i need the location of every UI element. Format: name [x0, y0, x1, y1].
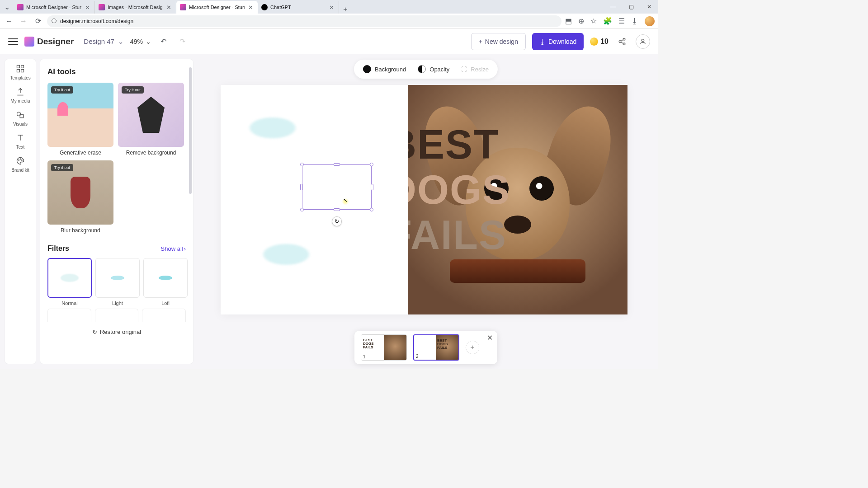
tool-blur-background[interactable]: Try it out Blur background [47, 160, 113, 234]
design-name-dropdown[interactable]: Design 47 ⌄ [84, 38, 124, 46]
close-icon[interactable]: ✕ [247, 4, 254, 11]
resize-handle-mr[interactable] [371, 184, 373, 190]
filter-stub[interactable] [95, 309, 139, 322]
url-input[interactable]: ⓘ designer.microsoft.com/design [47, 15, 561, 27]
download-button[interactable]: ⭳ Download [532, 33, 584, 50]
site-info-icon[interactable]: ⓘ [52, 18, 57, 24]
tab-0[interactable]: Microsoft Designer - Stunning ✕ [14, 1, 95, 14]
rail-my-media[interactable]: My media [7, 87, 34, 103]
share-button[interactable] [615, 34, 629, 49]
rail-label: Visuals [13, 122, 28, 127]
back-button[interactable]: ← [4, 16, 14, 27]
downloads-icon[interactable]: ⭳ [631, 17, 638, 25]
filter-lofi[interactable]: Lofi [143, 258, 188, 306]
menu-button[interactable] [8, 38, 18, 45]
artboard[interactable]: BEST DOGS FAILS ↻ ↖ [221, 85, 627, 314]
text-best[interactable]: BEST [408, 126, 499, 164]
text-fails[interactable]: FAILS [408, 216, 507, 255]
resize-handle-ml[interactable] [300, 184, 303, 190]
filter-stub[interactable] [142, 309, 186, 322]
rotate-handle[interactable]: ↻ [332, 216, 342, 226]
restore-original-button[interactable]: ↻ Restore original [47, 328, 186, 335]
resize-handle-br[interactable] [370, 208, 373, 211]
upload-icon [15, 87, 25, 97]
bookmark-icon[interactable]: ☆ [590, 17, 597, 25]
zoom-dropdown[interactable]: 49% ⌄ [130, 38, 151, 45]
zoom-icon[interactable]: ⊕ [578, 17, 584, 25]
cloud-shape[interactable] [248, 117, 297, 139]
filter-normal[interactable]: Normal [47, 258, 92, 306]
close-tray-button[interactable]: ✕ [487, 333, 493, 342]
download-label: Download [548, 38, 576, 45]
tab-strip: Microsoft Designer - Stunning ✕ Images -… [14, 0, 352, 14]
solid-swatch-icon [363, 65, 371, 73]
new-design-button[interactable]: + New design [471, 33, 526, 50]
show-all-text: Show all [161, 245, 183, 252]
background-label: Background [375, 66, 406, 73]
selection-box[interactable]: ↻ [302, 164, 372, 210]
resize-button[interactable]: ⛶ Resize [461, 66, 489, 73]
install-app-icon[interactable]: ⬒ [565, 17, 572, 25]
resize-handle-mt[interactable] [334, 163, 340, 166]
tool-generative-erase[interactable]: Try it out Generative erase [47, 83, 113, 156]
credits-value: 10 [600, 38, 609, 46]
undo-button[interactable]: ↶ [157, 35, 170, 48]
rail-brand-kit[interactable]: Brand kit [7, 156, 34, 173]
filters-grid: Normal Light Lofi [47, 258, 186, 306]
resize-handle-bl[interactable] [300, 208, 304, 211]
close-icon[interactable]: ✕ [328, 4, 335, 11]
forward-button[interactable]: → [18, 16, 29, 27]
scrollbar[interactable] [189, 67, 192, 194]
rail-templates[interactable]: Templates [7, 64, 34, 80]
new-tab-button[interactable]: + [339, 5, 352, 14]
add-page-button[interactable]: + [466, 341, 479, 354]
resize-handle-mb[interactable] [334, 208, 340, 211]
tool-remove-background[interactable]: Try it out Remove background [118, 83, 184, 156]
cursor-icon: ↖ [343, 197, 348, 203]
page-thumb-1[interactable]: BESTDOGSFAILS 1 [361, 334, 407, 361]
resize-handle-tl[interactable] [300, 163, 304, 166]
coin-icon [590, 38, 598, 46]
text-dogs[interactable]: DOGS [408, 171, 510, 210]
extensions-icon[interactable]: 🧩 [603, 17, 612, 25]
close-icon[interactable]: ✕ [165, 4, 172, 11]
page-number: 2 [416, 354, 419, 359]
reload-button[interactable]: ⟳ [33, 16, 43, 27]
tab-title: ChatGPT [270, 5, 326, 10]
app-header: Designer Design 47 ⌄ 49% ⌄ ↶ ↷ + New des… [0, 29, 658, 54]
close-icon[interactable]: ✕ [84, 4, 91, 11]
new-design-label: New design [485, 38, 518, 45]
filter-label: Lofi [161, 300, 170, 306]
tab-2[interactable]: Microsoft Designer - Stunning ✕ [176, 1, 258, 14]
tab-search-dropdown[interactable]: ⌄ [0, 3, 14, 11]
minimize-button[interactable]: ― [604, 0, 622, 14]
tab-3[interactable]: ChatGPT ✕ [258, 1, 339, 14]
credits-indicator[interactable]: 10 [590, 38, 609, 46]
maximize-button[interactable]: ▢ [622, 0, 640, 14]
profile-avatar[interactable] [645, 16, 655, 26]
opacity-icon [418, 65, 426, 73]
show-all-link[interactable]: Show all › [161, 245, 186, 252]
url-text: designer.microsoft.com/design [60, 18, 133, 24]
svg-rect-4 [17, 66, 20, 68]
resize-handle-tr[interactable] [370, 163, 373, 166]
tab-title: Images - Microsoft Designer [108, 5, 163, 10]
page-thumb-2[interactable]: BESTDOGSFAILS 2 [413, 334, 459, 361]
tab-1[interactable]: Images - Microsoft Designer ✕ [95, 1, 176, 14]
dog-image[interactable]: BEST DOGS FAILS [408, 85, 627, 314]
filter-light[interactable]: Light [95, 258, 140, 306]
redo-button[interactable]: ↷ [176, 35, 189, 48]
filter-stub[interactable] [47, 309, 91, 322]
rail-text[interactable]: Text [7, 133, 34, 150]
account-button[interactable] [636, 34, 650, 49]
app-logo[interactable]: Designer [24, 37, 74, 47]
opacity-button[interactable]: Opacity [418, 65, 449, 73]
reading-list-icon[interactable]: ☰ [618, 17, 625, 25]
rail-visuals[interactable]: Visuals [7, 110, 34, 127]
background-button[interactable]: Background [363, 65, 406, 73]
cloud-shape[interactable] [261, 243, 311, 266]
try-badge: Try it out [51, 164, 73, 171]
page-tray: BESTDOGSFAILS 1 BESTDOGSFAILS 2 + ✕ [354, 331, 497, 364]
close-window-button[interactable]: ✕ [640, 0, 658, 14]
ai-tools-title: AI tools [47, 67, 186, 76]
